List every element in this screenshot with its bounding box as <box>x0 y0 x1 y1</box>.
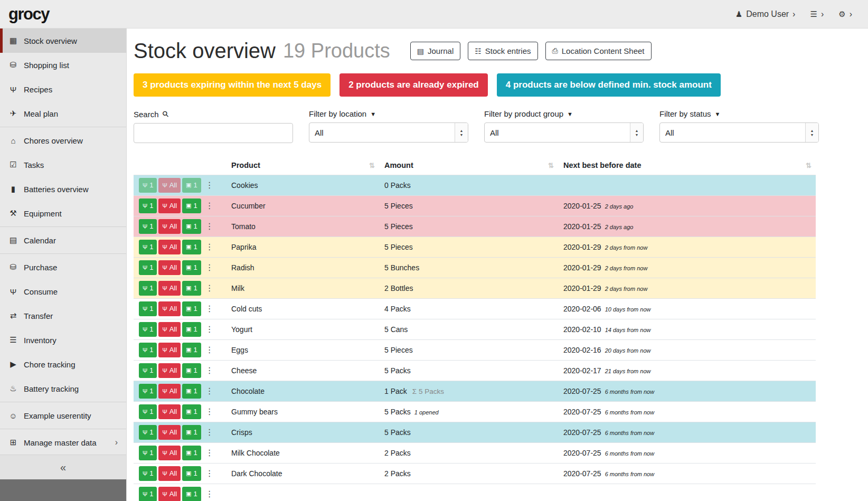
sidebar-item-transfer[interactable]: ⇄Transfer <box>0 304 126 328</box>
consume-all-button[interactable]: ΨAll <box>158 198 181 213</box>
status-filter-select[interactable]: All <box>659 122 819 143</box>
consume-all-button[interactable]: ΨAll <box>158 281 181 296</box>
sidebar-item-battery-tracking[interactable]: ♨Battery tracking <box>0 376 126 401</box>
sidebar-item-purchase[interactable]: ⛁Purchase <box>0 255 126 279</box>
consume-one-button[interactable]: Ψ1 <box>139 363 157 378</box>
row-menu-button[interactable]: ⋮ <box>203 365 216 375</box>
consume-one-button[interactable]: Ψ1 <box>139 198 157 213</box>
sidebar-item-stock-overview[interactable]: ▦Stock overview <box>0 29 126 53</box>
open-one-button[interactable]: ▣1 <box>182 404 201 419</box>
row-menu-button[interactable]: ⋮ <box>203 221 216 231</box>
consume-all-button[interactable]: ΨAll <box>158 178 181 193</box>
open-one-button[interactable]: ▣1 <box>182 178 201 193</box>
row-menu-button[interactable]: ⋮ <box>203 386 216 396</box>
consume-all-button[interactable]: ΨAll <box>158 363 181 378</box>
open-one-button[interactable]: ▣1 <box>182 384 201 399</box>
column-header-amount[interactable]: Amount ⇅ <box>379 156 558 175</box>
sidebar-item-chores-overview[interactable]: ⌂Chores overview <box>0 128 126 153</box>
consume-all-button[interactable]: ΨAll <box>158 219 181 234</box>
open-one-button[interactable]: ▣1 <box>182 322 201 337</box>
search-input[interactable] <box>134 123 293 143</box>
consume-one-button[interactable]: Ψ1 <box>139 425 157 440</box>
open-one-button[interactable]: ▣1 <box>182 240 201 254</box>
consume-all-button[interactable]: ΨAll <box>158 425 181 440</box>
open-one-button[interactable]: ▣1 <box>182 198 201 213</box>
sidebar-item-example-userentity[interactable]: ☺Example userentity <box>0 403 126 428</box>
row-menu-button[interactable]: ⋮ <box>203 468 216 478</box>
consume-all-button[interactable]: ΨAll <box>158 384 181 399</box>
open-one-button[interactable]: ▣1 <box>182 487 201 501</box>
app-logo[interactable]: grocy <box>8 5 49 24</box>
consume-all-button[interactable]: ΨAll <box>158 322 181 337</box>
consume-one-button[interactable]: Ψ1 <box>139 301 157 316</box>
column-header-product[interactable]: Product ⇅ <box>226 156 379 175</box>
sidebar-item-recipes[interactable]: ΨRecipes <box>0 77 126 101</box>
consume-one-button[interactable]: Ψ1 <box>139 404 157 419</box>
location-filter-select[interactable]: All <box>309 122 468 143</box>
consume-one-button[interactable]: Ψ1 <box>139 240 157 254</box>
row-menu-button[interactable]: ⋮ <box>203 304 216 314</box>
consume-all-button[interactable]: ΨAll <box>158 404 181 419</box>
journal-button[interactable]: ▤ Journal <box>410 42 460 60</box>
sidebar-item-calendar[interactable]: ▤Calendar <box>0 228 126 252</box>
row-menu-button[interactable]: ⋮ <box>203 427 216 437</box>
sidebar-item-meal-plan[interactable]: ✈Meal plan <box>0 101 126 126</box>
consume-all-button[interactable]: ΨAll <box>158 240 181 254</box>
consume-all-button[interactable]: ΨAll <box>158 466 181 481</box>
sidebar-item-manage-master-data[interactable]: ⊞Manage master data› <box>0 430 126 455</box>
open-one-button[interactable]: ▣1 <box>182 363 201 378</box>
open-one-button[interactable]: ▣1 <box>182 260 201 275</box>
sidebar-item-inventory[interactable]: ☰Inventory <box>0 328 126 352</box>
row-menu-button[interactable]: ⋮ <box>203 407 216 417</box>
location-content-sheet-button[interactable]: ⎙ Location Content Sheet <box>545 42 652 60</box>
best-before-date: 2020-01-292 days from now <box>558 257 816 278</box>
sidebar-item-equipment[interactable]: ⚒Equipment <box>0 201 126 225</box>
open-one-button[interactable]: ▣1 <box>182 446 201 460</box>
banner-expiring[interactable]: 3 products expiring within the next 5 da… <box>134 73 331 97</box>
consume-one-button[interactable]: Ψ1 <box>139 281 157 296</box>
consume-one-button[interactable]: Ψ1 <box>139 219 157 234</box>
sidebar-item-tasks[interactable]: ☑Tasks <box>0 153 126 177</box>
open-one-button[interactable]: ▣1 <box>182 219 201 234</box>
consume-all-button[interactable]: ΨAll <box>158 301 181 316</box>
row-menu-button[interactable]: ⋮ <box>203 489 216 499</box>
sidebar-item-chore-tracking[interactable]: ▶Chore tracking <box>0 352 126 376</box>
row-menu-button[interactable]: ⋮ <box>203 201 216 211</box>
consume-one-button[interactable]: Ψ1 <box>139 322 157 337</box>
row-menu-button[interactable]: ⋮ <box>203 283 216 293</box>
consume-one-button[interactable]: Ψ1 <box>139 384 157 399</box>
row-menu-button[interactable]: ⋮ <box>203 242 216 252</box>
user-menu[interactable]: ♟ Demo User › <box>735 10 796 19</box>
stock-entries-button[interactable]: ☷ Stock entries <box>468 42 537 60</box>
consume-all-button[interactable]: ΨAll <box>158 487 181 501</box>
consume-one-button[interactable]: Ψ1 <box>139 446 157 460</box>
open-one-button[interactable]: ▣1 <box>182 466 201 481</box>
sidebar-item-batteries-overview[interactable]: ▮Batteries overview <box>0 177 126 201</box>
row-menu-button[interactable]: ⋮ <box>203 262 216 272</box>
row-menu-button[interactable]: ⋮ <box>203 324 216 334</box>
open-one-button[interactable]: ▣1 <box>182 301 201 316</box>
row-menu-button[interactable]: ⋮ <box>203 448 216 458</box>
consume-one-button[interactable]: Ψ1 <box>139 466 157 481</box>
settings-menu[interactable]: ☰ › <box>810 10 824 19</box>
consume-all-button[interactable]: ΨAll <box>158 260 181 275</box>
sidebar-item-consume[interactable]: ΨConsume <box>0 279 126 304</box>
admin-menu[interactable]: ⚙ › <box>838 10 852 19</box>
banner-below-min-stock[interactable]: 4 products are below defined min. stock … <box>497 73 721 97</box>
consume-one-button[interactable]: Ψ1 <box>139 487 157 501</box>
open-one-button[interactable]: ▣1 <box>182 425 201 440</box>
consume-one-button[interactable]: Ψ1 <box>139 343 157 357</box>
column-header-best-before[interactable]: Next best before date ⇅ <box>558 156 816 175</box>
consume-all-button[interactable]: ΨAll <box>158 343 181 357</box>
open-one-button[interactable]: ▣1 <box>182 343 201 357</box>
product-group-filter-select[interactable]: All <box>484 122 644 143</box>
row-menu-button[interactable]: ⋮ <box>203 345 216 355</box>
sidebar-item-shopping-list[interactable]: ⛁Shopping list <box>0 53 126 77</box>
banner-expired[interactable]: 2 products are already expired <box>339 73 488 97</box>
sidebar-collapse-button[interactable]: « <box>60 461 66 474</box>
consume-one-button[interactable]: Ψ1 <box>139 178 157 193</box>
row-menu-button[interactable]: ⋮ <box>203 180 216 190</box>
consume-all-button[interactable]: ΨAll <box>158 446 181 460</box>
open-one-button[interactable]: ▣1 <box>182 281 201 296</box>
consume-one-button[interactable]: Ψ1 <box>139 260 157 275</box>
